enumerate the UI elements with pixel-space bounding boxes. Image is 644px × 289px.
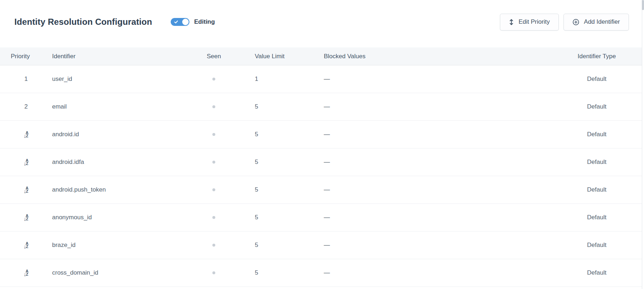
identifier-cell: android.id	[41, 121, 196, 148]
blocked-values-cell: —	[300, 121, 552, 148]
priority-cell: 1	[0, 65, 41, 93]
page-header: Identity Resolution Configuration Editin…	[0, 0, 642, 47]
seen-dot	[212, 216, 215, 219]
blocked-values-cell: —	[300, 176, 552, 203]
value-limit: 5	[255, 131, 258, 138]
add-identifier-button[interactable]: Add Identifier	[564, 14, 629, 31]
blocked-values: —	[324, 269, 330, 276]
table-row[interactable]: ↓ A Z cross_domain_id 5 — Default	[0, 259, 642, 287]
identifier-type-cell: Default	[552, 121, 642, 148]
table-row[interactable]: ↓ A Z anonymous_id 5 — Default	[0, 204, 642, 231]
seen-cell	[196, 65, 232, 93]
seen-dot	[212, 133, 215, 136]
identifier-type: Default	[587, 242, 607, 249]
seen-cell	[196, 148, 232, 176]
blocked-values-cell: —	[300, 259, 552, 286]
value-limit-cell: 5	[232, 148, 300, 176]
identifier-name: android.idfa	[52, 159, 84, 166]
table-row[interactable]: 1 user_id 1 — Default	[0, 65, 642, 93]
identifier-type-cell: Default	[552, 148, 642, 176]
identifier-type: Default	[587, 269, 607, 276]
identifier-type: Default	[587, 131, 607, 138]
editing-toggle[interactable]	[171, 18, 189, 26]
seen-cell	[196, 93, 232, 120]
blocked-values: —	[324, 242, 330, 249]
priority-cell: ↓ A Z	[0, 259, 41, 286]
priority-cell: ↓ A Z	[0, 148, 41, 176]
edit-priority-label: Edit Priority	[519, 18, 550, 26]
table-row[interactable]: ↓ A Z android.id 5 — Default	[0, 121, 642, 148]
table-row[interactable]: ↓ A Z android.idfa 5 — Default	[0, 148, 642, 176]
blocked-values-cell: —	[300, 148, 552, 176]
identifier-name: email	[52, 103, 67, 110]
identifier-type-cell: Default	[552, 93, 642, 120]
blocked-values: —	[324, 103, 330, 110]
identifier-type-cell: Default	[552, 231, 642, 259]
value-limit-cell: 5	[232, 231, 300, 259]
seen-dot	[212, 271, 215, 274]
blocked-values: —	[324, 75, 330, 83]
priority-cell: ↓ A Z	[0, 176, 41, 203]
editing-toggle-label: Editing	[194, 18, 215, 26]
edit-priority-button[interactable]: Edit Priority	[500, 14, 559, 31]
priority-number: 2	[24, 103, 28, 110]
seen-cell	[196, 204, 232, 231]
table-row[interactable]: ↓ A Z android.push_token 5 — Default	[0, 176, 642, 204]
priority-number: 1	[24, 75, 28, 83]
table-row[interactable]: ↓ A Z braze_id 5 — Default	[0, 231, 642, 259]
priority-cell: ↓ A Z	[0, 231, 41, 259]
value-limit-cell: 5	[232, 176, 300, 203]
value-limit-cell: 5	[232, 204, 300, 231]
blocked-values-cell: —	[300, 93, 552, 120]
identifier-cell: android.idfa	[41, 148, 196, 176]
value-limit: 1	[255, 75, 258, 83]
identifier-cell: anonymous_id	[41, 204, 196, 231]
table-row[interactable]: 2 email 5 — Default	[0, 93, 642, 121]
identifier-type-cell: Default	[552, 204, 642, 231]
plus-circle-icon	[572, 19, 579, 26]
identifier-cell: braze_id	[41, 231, 196, 259]
column-header-value_limit: Value Limit	[232, 47, 300, 65]
alphabetical-sort-icon: ↓ A Z	[24, 242, 28, 249]
blocked-values: —	[324, 131, 330, 138]
column-header-priority: Priority	[0, 47, 41, 65]
identifier-cell: cross_domain_id	[41, 259, 196, 286]
value-limit: 5	[255, 103, 258, 110]
blocked-values: —	[324, 214, 330, 221]
seen-dot	[212, 78, 215, 81]
column-header-identifier: Identifier	[41, 47, 196, 65]
identifier-name: android.id	[52, 131, 79, 138]
identifier-name: android.push_token	[52, 186, 106, 193]
blocked-values: —	[324, 159, 330, 166]
seen-dot	[212, 105, 215, 108]
column-header-identifier_type: Identifier Type	[552, 47, 642, 65]
toggle-knob[interactable]	[182, 19, 189, 25]
blocked-values-cell: —	[300, 231, 552, 259]
seen-dot	[212, 161, 215, 164]
identifier-cell: user_id	[41, 65, 196, 93]
table-body: 1 user_id 1 — Default 2 email 5	[0, 65, 642, 287]
value-limit-cell: 5	[232, 121, 300, 148]
priority-cell: ↓ A Z	[0, 204, 41, 231]
table-header: PriorityIdentifierSeenValue LimitBlocked…	[0, 47, 642, 65]
up-down-arrow-icon	[509, 19, 514, 26]
value-limit: 5	[255, 159, 258, 166]
identifier-name: anonymous_id	[52, 214, 92, 221]
seen-cell	[196, 176, 232, 203]
alphabetical-sort-icon: ↓ A Z	[24, 131, 28, 138]
seen-cell	[196, 259, 232, 286]
add-identifier-label: Add Identifier	[584, 18, 620, 26]
identifier-name: braze_id	[52, 242, 75, 249]
scrollbar-thumb[interactable]	[642, 0, 644, 10]
alphabetical-sort-icon: ↓ A Z	[24, 270, 28, 276]
alphabetical-sort-icon: ↓ A Z	[24, 159, 28, 166]
identifier-type-cell: Default	[552, 259, 642, 286]
identity-resolution-page: Identity Resolution Configuration Editin…	[0, 0, 642, 289]
value-limit-cell: 5	[232, 259, 300, 286]
identifier-type: Default	[587, 186, 607, 193]
seen-cell	[196, 231, 232, 259]
value-limit-cell: 1	[232, 65, 300, 93]
seen-dot	[212, 244, 215, 247]
priority-cell: 2	[0, 93, 41, 120]
identifier-type: Default	[587, 75, 607, 83]
